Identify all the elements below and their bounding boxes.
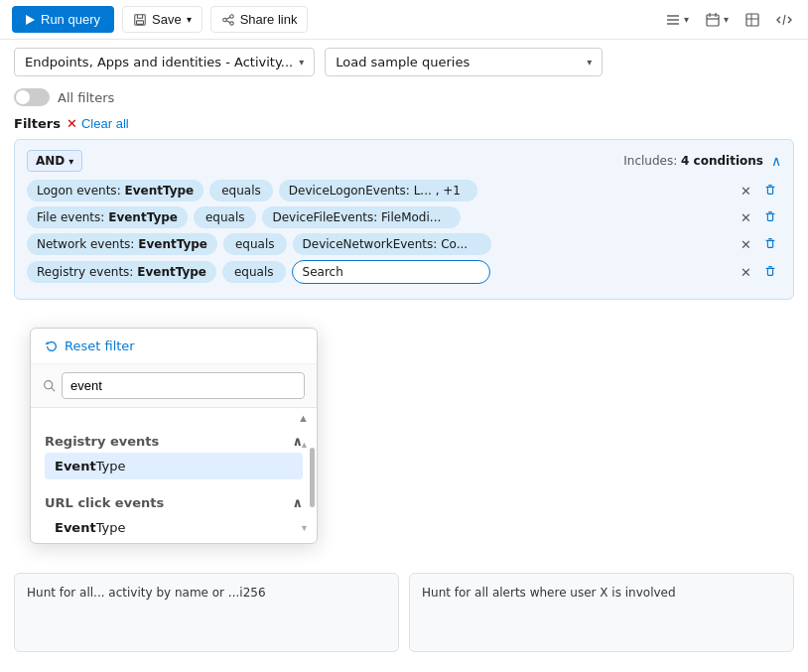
- filters-header: Filters ✕ Clear all: [0, 112, 808, 139]
- trash-icon: [763, 264, 777, 278]
- filter-operator-pill[interactable]: equals: [209, 180, 273, 202]
- filter-group: AND ▾ Includes: 4 conditions ∧ Logon eve…: [14, 139, 794, 300]
- filter-field-pill[interactable]: Network events: EventType: [27, 233, 217, 255]
- svg-point-26: [45, 381, 53, 389]
- and-operator-label: AND: [36, 154, 65, 168]
- trash-icon: [763, 209, 777, 223]
- filter-row: Network events: EventType equals DeviceN…: [27, 233, 781, 255]
- hint-card-1-text: Hunt for all... activity by name or ...i…: [27, 586, 266, 600]
- clear-all-button[interactable]: ✕ Clear all: [67, 116, 129, 131]
- scroll-up-button[interactable]: ▲: [294, 410, 313, 426]
- filter-group-header: AND ▾ Includes: 4 conditions ∧: [27, 150, 781, 172]
- scrollbar-thumb[interactable]: [310, 448, 315, 507]
- popup-section-registry-label: Registry events: [45, 434, 159, 449]
- reset-filter-label: Reset filter: [65, 338, 135, 353]
- filter-field-pill[interactable]: Logon events: EventType: [27, 180, 203, 202]
- sample-queries-arrow: ▾: [587, 57, 592, 67]
- row-selectors: Endpoints, Apps and identities - Activit…: [0, 40, 808, 84]
- scope-value: Endpoints, Apps and identities - Activit…: [25, 55, 293, 69]
- table-icon: [744, 12, 760, 28]
- run-query-label: Run query: [41, 12, 100, 27]
- filter-field-pill[interactable]: File events: EventType: [27, 206, 188, 228]
- svg-point-3: [222, 18, 226, 22]
- popup-section-urlclick-label: URL click events: [45, 495, 164, 510]
- filter-operator-pill[interactable]: equals: [223, 233, 287, 255]
- run-query-button[interactable]: Run query: [12, 6, 114, 33]
- svg-rect-1: [136, 20, 143, 24]
- filter-value-pill[interactable]: DeviceFileEvents: FileModi...: [262, 206, 461, 228]
- and-operator-badge[interactable]: AND ▾: [27, 150, 82, 172]
- popup-section-urlclick-collapse-icon: ∧: [292, 495, 303, 510]
- collapse-button[interactable]: ∧: [771, 153, 781, 169]
- reset-filter-option[interactable]: Reset filter: [31, 329, 317, 364]
- toolbar: Run query Save ▾ Share link ▾: [0, 0, 808, 40]
- svg-rect-22: [767, 240, 772, 247]
- hint-card-2[interactable]: Hunt for all alerts where user X is invo…: [409, 573, 794, 652]
- svg-rect-24: [767, 268, 772, 275]
- filter-row-clear-button[interactable]: ✕: [737, 235, 755, 254]
- filter-row-delete-button[interactable]: [759, 207, 781, 228]
- filter-value-pill[interactable]: DeviceNetworkEvents: Co...: [293, 233, 491, 255]
- scope-dropdown[interactable]: Endpoints, Apps and identities - Activit…: [14, 48, 315, 76]
- filter-operator-pill-registry[interactable]: equals: [222, 261, 286, 283]
- filter-row: Logon events: EventType equals DeviceLog…: [27, 180, 781, 202]
- save-chevron-icon: ▾: [187, 14, 192, 25]
- filter-field-pill-registry[interactable]: Registry events: EventType: [27, 261, 216, 283]
- list-chevron: ▾: [684, 14, 689, 25]
- scrollbar-down-arrow[interactable]: ▼: [296, 521, 313, 535]
- includes-label: Includes: 4 conditions: [623, 154, 763, 168]
- code-icon: [776, 12, 792, 28]
- popup-section-urlclick: URL click events ∧ EventType: [31, 487, 317, 541]
- trash-icon: [763, 236, 777, 250]
- popup-section-urlclick-header[interactable]: URL click events ∧: [45, 495, 303, 510]
- and-chevron-icon: ▾: [68, 156, 73, 167]
- clear-all-label: Clear all: [81, 116, 129, 131]
- clear-all-x-icon: ✕: [67, 116, 77, 131]
- svg-rect-14: [746, 14, 758, 26]
- scope-dropdown-arrow: ▾: [299, 57, 304, 67]
- hint-card-1[interactable]: Hunt for all... activity by name or ...i…: [14, 573, 399, 652]
- svg-line-27: [52, 388, 55, 391]
- calendar-chevron: ▾: [724, 14, 729, 25]
- filter-row-registry-clear-button[interactable]: ✕: [737, 263, 755, 282]
- includes-text: Includes:: [623, 154, 681, 168]
- table-icon-button[interactable]: [741, 8, 764, 32]
- filter-row-clear-button[interactable]: ✕: [737, 182, 755, 201]
- filter-row-delete-button[interactable]: [759, 234, 781, 255]
- save-icon: [133, 13, 147, 27]
- list-icon: [665, 12, 681, 28]
- filter-row-delete-button[interactable]: [759, 181, 781, 202]
- reset-filter-icon: [45, 339, 59, 353]
- list-icon-button[interactable]: ▾: [661, 8, 693, 32]
- sample-queries-dropdown[interactable]: Load sample queries ▾: [325, 48, 603, 76]
- popup-search-input[interactable]: [62, 372, 305, 399]
- popup-section-registry-header[interactable]: Registry events ∧: [45, 434, 303, 449]
- filter-row-actions: ✕: [737, 181, 781, 202]
- filters-toggle-row: All filters: [0, 84, 808, 112]
- filter-row-registry-delete-button[interactable]: [759, 262, 781, 283]
- toolbar-icons: ▾ ▾: [661, 8, 796, 32]
- save-button[interactable]: Save ▾: [122, 6, 202, 33]
- share-icon: [221, 13, 235, 27]
- code-icon-button[interactable]: [772, 8, 796, 32]
- filter-row-registry-actions: ✕: [737, 262, 781, 283]
- popup-item-registry-eventtype[interactable]: EventType: [45, 453, 303, 479]
- trash-icon: [763, 183, 777, 197]
- filter-row-actions: ✕: [737, 207, 781, 228]
- filter-value-pill[interactable]: DeviceLogonEvents: L... , +1: [279, 180, 477, 202]
- filter-row: File events: EventType equals DeviceFile…: [27, 206, 781, 228]
- all-filters-toggle[interactable]: [14, 88, 50, 106]
- share-link-label: Share link: [240, 12, 298, 27]
- popup-section-registry: Registry events ∧ EventType: [31, 426, 317, 479]
- filter-row-actions: ✕: [737, 234, 781, 255]
- popup-item-urlclick-eventtype[interactable]: EventType: [45, 514, 303, 541]
- filter-operator-pill[interactable]: equals: [194, 206, 257, 228]
- filter-value-pill-registry[interactable]: Search: [292, 260, 490, 284]
- calendar-icon-button[interactable]: ▾: [701, 8, 733, 32]
- share-link-button[interactable]: Share link: [210, 6, 309, 33]
- bottom-cards-area: Hunt for all... activity by name or ...i…: [0, 573, 808, 652]
- filter-row-clear-button[interactable]: ✕: [737, 208, 755, 227]
- svg-rect-10: [707, 15, 719, 26]
- save-label: Save: [152, 12, 182, 27]
- conditions-count: 4 conditions: [681, 154, 763, 168]
